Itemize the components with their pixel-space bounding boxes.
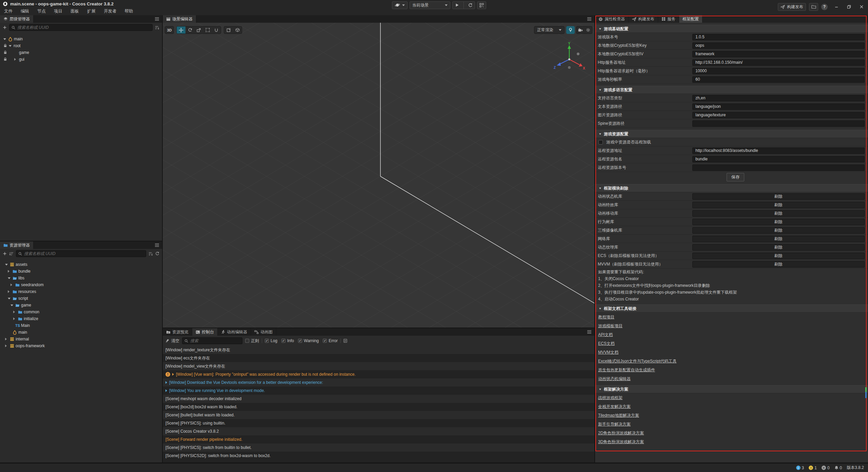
doc-link[interactable]: 原生包热更新配置自动生成插件	[598, 367, 655, 373]
tab-控制台[interactable]: 控制台	[192, 328, 218, 336]
menu-item[interactable]: 开发者	[100, 7, 121, 15]
hamburger-icon[interactable]	[587, 17, 592, 21]
filter-log-checkbox[interactable]: ✓Log	[265, 338, 277, 343]
console-message[interactable]: [Scene] [PHYSICS2D]: switch from box2d-w…	[163, 452, 594, 460]
chevron-right-icon[interactable]	[5, 338, 10, 340]
rotate-tool-button[interactable]	[185, 26, 194, 34]
field-input[interactable]	[692, 120, 865, 127]
chevron-right-icon[interactable]	[5, 345, 10, 347]
expand-chevron-icon[interactable]	[165, 381, 167, 384]
field-input[interactable]: 1.0.5	[692, 34, 865, 40]
console-message[interactable]: [Window] You are running Vue in developm…	[163, 387, 594, 395]
asset-node[interactable]: oops-framework	[0, 342, 162, 349]
filter-button[interactable]	[155, 26, 159, 29]
expand-chevron-icon[interactable]	[172, 373, 174, 376]
scene-gear-button[interactable]	[584, 26, 592, 34]
chevron-right-icon[interactable]	[11, 283, 15, 286]
doc-link[interactable]: Excel格式转Json文件与TypeScript代码工具	[598, 358, 676, 364]
section-header[interactable]: 游戏资源配置	[595, 130, 868, 138]
console-message[interactable]: [Scene] [PHYSICS]: switch from builtin t…	[163, 444, 594, 452]
doc-link[interactable]: 动画状态机编辑器	[598, 376, 631, 382]
qr-preview-button[interactable]	[477, 1, 486, 9]
menu-item[interactable]: 编辑	[17, 7, 33, 15]
chevron-right-icon[interactable]	[13, 311, 18, 313]
module-remove-button[interactable]: 剔除	[692, 202, 865, 208]
filter-button[interactable]	[149, 252, 153, 256]
module-remove-button[interactable]: 剔除	[692, 210, 865, 217]
tab-框架配置[interactable]: 框架配置	[679, 15, 703, 23]
section-header[interactable]: 框架模块剔除	[595, 184, 868, 192]
section-header[interactable]: 游戏多语言配置	[595, 86, 868, 94]
build-publish-button[interactable]: 构建发布	[778, 3, 806, 11]
restart-button[interactable]	[466, 2, 475, 9]
field-input[interactable]: http://localhost:8083/assets/bundle	[692, 148, 865, 154]
menu-item[interactable]: 文件	[0, 7, 17, 15]
move-tool-button[interactable]	[177, 26, 185, 34]
console-message[interactable]: [Scene] [box2d]:box2d wasm lib loaded.	[163, 403, 594, 411]
regex-checkbox[interactable]: 正则	[245, 338, 259, 344]
hierarchy-search-input[interactable]: 搜索名称或 UUID	[9, 24, 153, 31]
console-message[interactable]: [Window] Download the Vue Devtools exten…	[163, 378, 594, 387]
chevron-right-icon[interactable]	[14, 58, 19, 61]
tab-scene-editor[interactable]: 场景编辑器	[163, 15, 196, 23]
field-input[interactable]: framework	[692, 51, 865, 57]
tab-动画编辑器[interactable]: 动画编辑器	[218, 328, 251, 336]
preview-target-button[interactable]	[392, 1, 408, 9]
menu-item[interactable]: 项目	[50, 7, 66, 15]
remote-load-checkbox[interactable]	[598, 140, 603, 144]
anchor-tool-button[interactable]	[212, 26, 221, 34]
asset-node[interactable]: game	[0, 302, 162, 309]
module-remove-button[interactable]: 剔除	[692, 253, 865, 259]
console-message[interactable]: [Scene] [bullet]:bullet wasm lib loaded.	[163, 411, 594, 419]
scrollbar-thumb[interactable]	[865, 392, 867, 398]
console-message[interactable]: [Scene] meshopt wasm decoder initialized	[163, 395, 594, 403]
status-info[interactable]: i3	[796, 466, 804, 470]
field-input[interactable]: http://192.168.0.150/main/	[692, 59, 865, 66]
console-message[interactable]: [Scene] Forward render pipeline initiali…	[163, 435, 594, 444]
chevron-down-icon[interactable]	[8, 298, 13, 299]
console-message[interactable]: [Window] model_view文件夹存在	[163, 362, 594, 370]
log-file-button[interactable]	[343, 339, 347, 343]
sort-assets-button[interactable]	[9, 252, 14, 256]
section-header[interactable]: 框架文档工具链接	[595, 304, 868, 313]
chevron-down-icon[interactable]	[5, 264, 10, 266]
module-remove-button[interactable]: 剔除	[692, 227, 865, 234]
menu-item[interactable]: 节点	[33, 7, 50, 15]
doc-link[interactable]: API文档	[598, 332, 613, 338]
field-input[interactable]	[692, 164, 865, 171]
save-button[interactable]: 保存	[727, 173, 744, 181]
add-asset-button[interactable]	[3, 252, 7, 256]
tab-assets[interactable]: 资源管理器	[0, 241, 34, 249]
close-button[interactable]	[858, 5, 865, 9]
scale-tool-button[interactable]	[194, 26, 203, 34]
pivot-toggle-button[interactable]	[224, 26, 233, 34]
tab-构建发布[interactable]: 构建发布	[629, 15, 658, 23]
hierarchy-node[interactable]: game	[0, 49, 162, 56]
status-bell[interactable]: 0	[834, 466, 842, 470]
chevron-right-icon[interactable]	[8, 290, 13, 293]
tab-hierarchy[interactable]: 层级管理器	[0, 15, 34, 23]
filter-error-checkbox[interactable]: ✓Error	[323, 338, 338, 343]
doc-link[interactable]: 3D角色扮演游戏解决方案	[598, 439, 644, 445]
section-header[interactable]: 游戏基础配置	[595, 25, 868, 33]
module-remove-button[interactable]: 剔除	[692, 236, 865, 242]
menu-item[interactable]: 帮助	[121, 7, 137, 15]
scene-viewport[interactable]: 3D 正常渲染 Y X	[163, 23, 594, 328]
tab-动画图[interactable]: 动画图	[251, 328, 276, 336]
filter-warning-checkbox[interactable]: ✓Warning	[298, 338, 319, 343]
field-input[interactable]: language/texture	[692, 112, 865, 118]
asset-node[interactable]: common	[0, 309, 162, 315]
doc-link[interactable]: ECS文档	[598, 341, 615, 347]
axis-gizmo[interactable]: Y X Z	[553, 42, 586, 74]
field-input[interactable]: bundle	[692, 156, 865, 162]
doc-link[interactable]: 新手引导解决方案	[598, 421, 631, 427]
console-message[interactable]: [Scene] Cocos Creator v3.8.2	[163, 427, 594, 435]
expand-chevron-icon[interactable]	[165, 389, 167, 392]
doc-link[interactable]: 游戏模板项目	[598, 323, 623, 329]
status-warning[interactable]: !1	[809, 466, 817, 470]
field-input[interactable]: 10000	[692, 68, 865, 74]
chevron-down-icon[interactable]	[9, 45, 14, 47]
console-message[interactable]: [Window] ecs文件夹存在	[163, 354, 594, 362]
doc-link[interactable]: Tiledmap地图解决方案	[598, 413, 639, 418]
console-message[interactable]: [Window] render_texture文件夹存在	[163, 346, 594, 354]
